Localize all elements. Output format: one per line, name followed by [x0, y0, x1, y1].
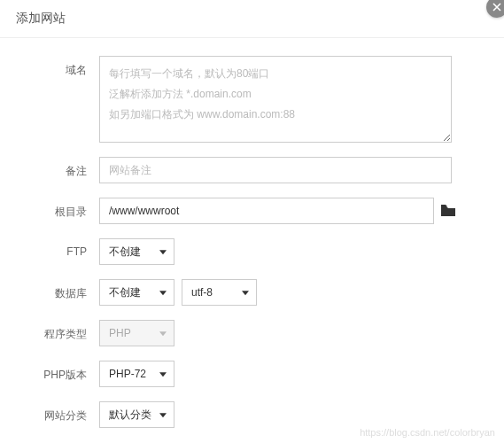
row-program: 程序类型 PHP	[27, 320, 477, 346]
ftp-select[interactable]: 不创建	[99, 238, 174, 265]
domain-input[interactable]	[99, 56, 452, 143]
label-program: 程序类型	[27, 320, 99, 342]
row-domain: 域名	[27, 56, 477, 143]
label-remark: 备注	[27, 157, 99, 179]
ftp-select-value: 不创建	[109, 245, 141, 260]
charset-select[interactable]: utf-8	[182, 279, 257, 306]
remark-input[interactable]	[99, 157, 452, 183]
category-select-value: 默认分类	[109, 408, 151, 423]
label-category: 网站分类	[27, 401, 99, 424]
dialog-title: 添加网站	[0, 0, 504, 38]
chevron-down-icon	[159, 250, 167, 254]
label-php: PHP版本	[27, 361, 99, 383]
chevron-down-icon	[159, 413, 167, 417]
chevron-down-icon	[159, 331, 167, 336]
add-site-dialog: 添加网站 域名 备注 根目录 FTP	[0, 0, 504, 443]
form-body: 域名 备注 根目录 FTP 不创建	[0, 38, 504, 443]
chevron-down-icon	[159, 372, 167, 377]
row-category: 网站分类 默认分类	[27, 401, 477, 428]
label-root: 根目录	[27, 198, 99, 220]
chevron-down-icon	[242, 291, 249, 295]
php-select[interactable]: PHP-72	[99, 361, 174, 387]
php-select-value: PHP-72	[109, 368, 146, 380]
root-input[interactable]	[99, 198, 434, 224]
database-select[interactable]: 不创建	[99, 279, 174, 306]
row-ftp: FTP 不创建	[27, 238, 477, 265]
row-php: PHP版本 PHP-72	[27, 361, 477, 387]
program-select: PHP	[99, 320, 174, 346]
charset-select-value: utf-8	[191, 286, 213, 299]
label-ftp: FTP	[27, 238, 99, 258]
category-select[interactable]: 默认分类	[99, 401, 174, 428]
database-select-value: 不创建	[109, 285, 141, 300]
chevron-down-icon	[159, 291, 167, 295]
label-database: 数据库	[27, 279, 99, 301]
folder-icon[interactable]	[441, 205, 455, 217]
row-root: 根目录	[27, 198, 477, 224]
label-domain: 域名	[27, 56, 99, 78]
row-remark: 备注	[27, 157, 477, 183]
program-select-value: PHP	[109, 327, 131, 339]
row-database: 数据库 不创建 utf-8	[27, 279, 477, 306]
